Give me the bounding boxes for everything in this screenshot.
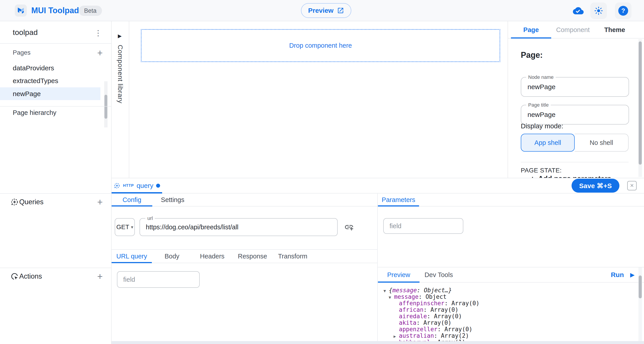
inspector-scrollbar[interactable] bbox=[638, 39, 642, 177]
cloud-synced-icon bbox=[573, 5, 584, 17]
tab-component[interactable]: Component bbox=[553, 21, 593, 39]
dropzone-label: Drop component here bbox=[289, 42, 352, 49]
sidebar-item-extractedtypes[interactable]: extractedTypes bbox=[0, 74, 100, 87]
page-title-label: Page title bbox=[526, 102, 551, 108]
tree-expanded-icon[interactable]: ▼ bbox=[389, 294, 394, 300]
json-row[interactable]: ▶australian: Array(2) bbox=[381, 332, 480, 339]
run-button[interactable]: Run bbox=[611, 267, 624, 282]
json-key: message bbox=[392, 287, 417, 294]
tab-dev-tools[interactable]: Dev Tools bbox=[420, 267, 458, 282]
project-menu-button[interactable]: ⋮ bbox=[94, 28, 103, 38]
json-value: Object bbox=[426, 293, 446, 300]
response-scrollbar[interactable] bbox=[638, 267, 642, 341]
json-row[interactable]: ▼message: Object bbox=[381, 294, 480, 300]
json-key: african bbox=[399, 306, 424, 313]
add-page-button[interactable]: + bbox=[94, 48, 105, 58]
url-input[interactable] bbox=[140, 219, 337, 236]
preview-button[interactable]: Preview bbox=[301, 3, 351, 18]
inspector-scrollbar-thumb[interactable] bbox=[639, 41, 642, 164]
page-item-label: dataProviders bbox=[13, 64, 54, 72]
divider bbox=[0, 43, 111, 44]
tab-headers[interactable]: Headers bbox=[192, 250, 232, 263]
json-value: Array(0) bbox=[424, 319, 452, 326]
url-field: url bbox=[140, 218, 338, 236]
http-protocol-badge: HTTP bbox=[123, 184, 134, 188]
active-parameters-tab-indicator bbox=[378, 205, 419, 207]
unsaved-indicator-dot bbox=[156, 184, 160, 188]
expand-panel-icon[interactable]: ▶ bbox=[118, 33, 122, 39]
page-canvas: ▶ Component library Drop component here bbox=[112, 21, 508, 178]
json-key: australian bbox=[399, 332, 434, 339]
help-icon: ? bbox=[618, 6, 628, 16]
pages-scrollbar[interactable] bbox=[104, 81, 108, 127]
tab-body[interactable]: Body bbox=[152, 250, 192, 263]
tab-preview[interactable]: Preview bbox=[378, 267, 420, 282]
json-value: Object…} bbox=[424, 287, 452, 294]
http-method-select[interactable]: GET ▾ bbox=[115, 218, 135, 236]
page-state-label: PAGE STATE: bbox=[521, 167, 562, 174]
query-tab[interactable]: HTTP query bbox=[112, 178, 162, 193]
response-scrollbar-thumb[interactable] bbox=[639, 275, 642, 298]
page-hierarchy-label: Page hierarchy bbox=[13, 109, 56, 116]
sidebar-item-newpage[interactable]: newPage bbox=[0, 87, 100, 100]
pages-section-header: Pages bbox=[13, 49, 30, 56]
actions-icon bbox=[10, 272, 19, 281]
page-title-input[interactable] bbox=[521, 105, 628, 124]
json-row[interactable]: airedale: Array(0) bbox=[381, 313, 480, 319]
json-row[interactable]: akita: Array(0) bbox=[381, 319, 480, 326]
page-item-label: newPage bbox=[13, 90, 41, 98]
divider bbox=[0, 193, 111, 194]
display-mode-label: Display mode: bbox=[521, 122, 563, 130]
divider bbox=[521, 162, 628, 162]
queries-section-label: Queries bbox=[19, 198, 44, 206]
query-icon bbox=[114, 182, 120, 189]
json-value: Array(0) bbox=[434, 313, 462, 319]
plus-icon: + bbox=[530, 175, 535, 178]
preview-button-label: Preview bbox=[308, 7, 334, 14]
chevron-down-icon: ▾ bbox=[131, 224, 133, 230]
actions-section-label: Actions bbox=[19, 272, 42, 280]
url-query-field-input[interactable] bbox=[118, 272, 199, 287]
add-page-parameters-button[interactable]: + Add page parameters bbox=[530, 175, 611, 178]
divider bbox=[0, 268, 111, 268]
json-value: Array(0) bbox=[444, 326, 472, 332]
json-root-row[interactable]: ▼{message: Object…} bbox=[381, 287, 480, 294]
json-row[interactable]: affenpinscher: Array(0) bbox=[381, 300, 480, 307]
add-binding-link-icon[interactable] bbox=[344, 222, 354, 232]
tab-settings[interactable]: Settings bbox=[152, 194, 193, 206]
tab-theme[interactable]: Theme bbox=[594, 21, 635, 39]
no-shell-option[interactable]: No shell bbox=[575, 134, 628, 152]
active-result-tab-indicator bbox=[378, 281, 420, 283]
app-title: MUI Toolpad bbox=[31, 6, 79, 15]
component-dropzone[interactable]: Drop component here bbox=[141, 29, 500, 62]
app-shell-option[interactable]: App shell bbox=[521, 134, 575, 152]
queries-icon bbox=[10, 198, 19, 207]
parameters-field-input[interactable] bbox=[384, 219, 463, 233]
run-play-icon[interactable]: ▶ bbox=[630, 267, 634, 282]
save-button[interactable]: Save ⌘+S bbox=[572, 179, 620, 193]
tab-config[interactable]: Config bbox=[112, 194, 152, 206]
help-button[interactable]: ? bbox=[615, 3, 632, 19]
node-name-label: Node name bbox=[526, 74, 556, 80]
tab-page[interactable]: Page bbox=[511, 21, 551, 39]
component-library-panel[interactable]: ▶ Component library bbox=[112, 21, 129, 178]
json-row[interactable]: african: Array(0) bbox=[381, 307, 480, 313]
request-tabs: URL query Body Headers Response Transfor… bbox=[112, 249, 377, 263]
pages-scrollbar-thumb[interactable] bbox=[104, 95, 107, 119]
result-tabs-row: Preview Dev Tools Run ▶ bbox=[378, 267, 644, 283]
tab-parameters[interactable]: Parameters bbox=[378, 194, 419, 206]
add-action-button[interactable]: + bbox=[94, 271, 105, 282]
sidebar-item-dataproviders[interactable]: dataProviders bbox=[0, 62, 100, 74]
tree-collapsed-icon[interactable]: ▶ bbox=[394, 333, 399, 339]
close-panel-button[interactable]: ✕ bbox=[627, 181, 636, 190]
tab-response[interactable]: Response bbox=[232, 250, 272, 263]
tree-expanded-icon[interactable]: ▼ bbox=[384, 288, 389, 294]
explorer-sidebar: toolpad ⋮ Pages + dataProviders extracte… bbox=[0, 21, 112, 344]
tab-url-query[interactable]: URL query bbox=[112, 250, 152, 263]
node-name-input[interactable] bbox=[521, 78, 628, 96]
theme-toggle-button[interactable] bbox=[590, 3, 607, 19]
tab-transform[interactable]: Transform bbox=[272, 250, 313, 263]
json-key: message bbox=[394, 293, 418, 300]
json-row[interactable]: appenzeller: Array(0) bbox=[381, 326, 480, 332]
add-query-button[interactable]: + bbox=[94, 197, 105, 208]
